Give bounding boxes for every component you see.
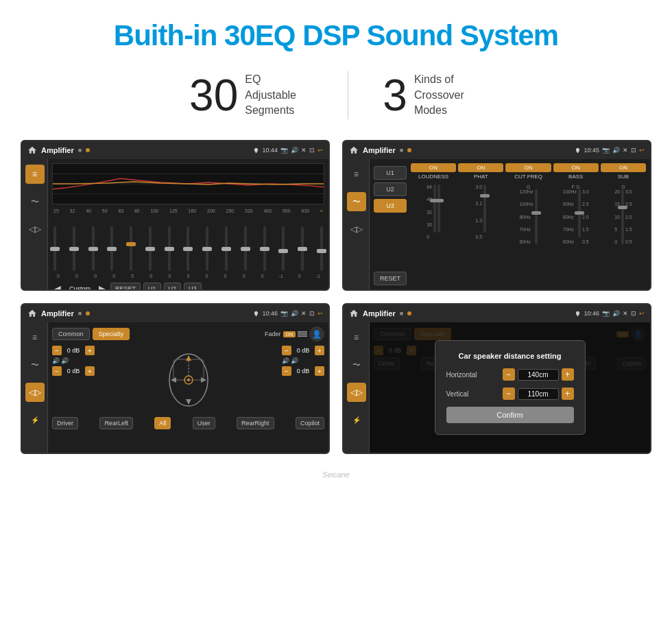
- wave-icon-2[interactable]: 〜: [347, 192, 366, 211]
- preset-u1[interactable]: U1: [374, 166, 407, 180]
- reset-btn-1[interactable]: RESET: [110, 283, 141, 291]
- status-dot-4: [407, 311, 411, 315]
- bt-icon-4[interactable]: ⚡: [347, 410, 366, 429]
- vol-plus-rr[interactable]: +: [315, 366, 324, 376]
- eq-icon-3[interactable]: ≡: [25, 328, 45, 347]
- eq-curve-svg: [53, 164, 324, 204]
- stats-row: 30 EQ AdjustableSegments 3 Kinds ofCross…: [0, 64, 672, 140]
- vol-plus-fr[interactable]: +: [315, 346, 324, 355]
- pos-copilot[interactable]: Copilot: [296, 417, 324, 429]
- confirm-button[interactable]: Confirm: [446, 407, 574, 423]
- eq-icon[interactable]: ≡: [25, 165, 45, 184]
- vol-icon-2[interactable]: ◁▷: [347, 219, 366, 239]
- eq-prev-btn[interactable]: ◀: [52, 283, 62, 291]
- horizontal-value: 140cm: [518, 369, 559, 381]
- pos-user[interactable]: User: [193, 417, 215, 429]
- eq-preset-label: Custom: [65, 283, 95, 291]
- main-area-3: Common Specialty Fader ON 👤: [48, 322, 328, 453]
- vol-row-fl: − 0 dB +: [52, 346, 95, 355]
- wave-icon-3[interactable]: 〜: [25, 355, 45, 374]
- screenshots-grid: Amplifier ■ 10:44 📷 🔊 ✕ ⊡ ↩ ≡ 〜 ◁▷: [0, 140, 672, 468]
- home-icon-4: [349, 309, 359, 318]
- eq-next-btn[interactable]: ▶: [97, 283, 108, 291]
- vol-minus-rr[interactable]: −: [282, 366, 291, 376]
- home-icon-3: [27, 309, 37, 318]
- u3-btn-1[interactable]: U3: [184, 283, 202, 291]
- sub-toggle[interactable]: ON: [601, 163, 646, 172]
- eq-icon-2[interactable]: ≡: [347, 165, 366, 184]
- loudness-toggle[interactable]: ON: [411, 163, 456, 172]
- wave-icon-4[interactable]: 〜: [347, 355, 366, 374]
- eq-slider-0: [53, 226, 56, 271]
- eq-value-labels: 0 0 0 0 5 0 0 0 0 0 0 0 -1 0 -1: [52, 274, 324, 278]
- preset-u3[interactable]: U3: [374, 199, 407, 213]
- fader-on-3: ON: [283, 331, 296, 337]
- screen-dialog: Amplifier ■ 10:46 📷 🔊 ✕ ⊡ ↩ ≡ 〜 ◁▷ ⚡: [342, 303, 651, 454]
- screen-speaker: Amplifier ■ 10:46 📷 🔊 ✕ ⊡ ↩ ≡ 〜 ◁▷ ⚡: [21, 303, 330, 454]
- vol-minus-fr[interactable]: −: [282, 346, 291, 355]
- time-1: 10:44: [262, 147, 278, 154]
- vertical-label: Vertical: [446, 390, 469, 398]
- vol-row-fr: − 0 dB +: [282, 346, 324, 355]
- sidebar-1: ≡ 〜 ◁▷: [22, 159, 48, 289]
- stat-crossover-label: Kinds ofCrossover Modes: [414, 72, 483, 118]
- app-name-4: Amplifier: [363, 309, 396, 318]
- vol-minus-rl[interactable]: −: [52, 366, 62, 376]
- dialog-title: Car speaker distance setting: [446, 352, 574, 360]
- svg-marker-9: [186, 399, 191, 405]
- horizontal-plus-btn[interactable]: +: [562, 368, 574, 381]
- phat-toggle[interactable]: ON: [458, 163, 503, 172]
- u2-btn-1[interactable]: U2: [164, 283, 182, 291]
- bt-icon-3[interactable]: ⚡: [25, 410, 45, 429]
- wave-icon[interactable]: 〜: [25, 192, 45, 211]
- time-3: 10:46: [262, 310, 278, 317]
- screen-body-1: ≡ 〜 ◁▷ 25 32: [22, 159, 328, 289]
- eq-sliders-row: [52, 216, 324, 271]
- pos-rearright[interactable]: RearRight: [237, 417, 274, 429]
- pos-driver[interactable]: Driver: [52, 417, 78, 429]
- time-4: 10:46: [584, 310, 599, 317]
- vol-icon[interactable]: ◁▷: [25, 219, 45, 239]
- tab-common-3[interactable]: Common: [52, 328, 90, 340]
- screen-crossover: Amplifier ■ 10:45 📷 🔊 ✕ ⊡ ↩ ≡ 〜 ◁▷: [342, 140, 651, 291]
- person-icon-3: 👤: [309, 326, 324, 342]
- vertical-minus-btn[interactable]: −: [503, 387, 515, 400]
- dialog-vertical-row: Vertical − 110cm +: [446, 387, 574, 400]
- stat-eq-number: 30: [189, 73, 238, 117]
- home-icon-1: [27, 145, 37, 155]
- app-name-2: Amplifier: [363, 146, 396, 154]
- bass-toggle[interactable]: ON: [553, 163, 599, 172]
- cutfreq-toggle[interactable]: ON: [505, 163, 551, 172]
- screen-body-4: ≡ 〜 ◁▷ ⚡ Common Specialty ON 👤: [344, 322, 650, 453]
- vertical-plus-btn[interactable]: +: [562, 387, 574, 400]
- fader-label-3: Fader: [265, 331, 281, 337]
- dialog-box: Car speaker distance setting Horizontal …: [435, 340, 586, 435]
- status-dot-3: [86, 311, 90, 315]
- status-bar-1: Amplifier ■ 10:44 📷 🔊 ✕ ⊡ ↩: [22, 141, 328, 159]
- eq-bottom-bar: ◀ Custom ▶ RESET U1 U2 U3: [52, 283, 324, 291]
- tab-specialty-3[interactable]: Specialty: [93, 328, 130, 340]
- pos-rearleft[interactable]: RearLeft: [99, 417, 133, 429]
- vol-plus-rl[interactable]: +: [85, 366, 95, 376]
- vol-icon-3[interactable]: ◁▷: [25, 383, 45, 402]
- stat-crossover-number: 3: [383, 73, 407, 117]
- eq-icon-4[interactable]: ≡: [347, 328, 366, 347]
- stat-crossover: 3 Kinds ofCrossover Modes: [348, 72, 517, 118]
- vol-icon-4[interactable]: ◁▷: [347, 383, 366, 402]
- screen-eq: Amplifier ■ 10:44 📷 🔊 ✕ ⊡ ↩ ≡ 〜 ◁▷: [21, 140, 330, 291]
- pin-icon-4: [575, 311, 581, 317]
- vol-minus-fl[interactable]: −: [52, 346, 62, 355]
- horizontal-minus-btn[interactable]: −: [503, 368, 515, 381]
- vol-plus-fl[interactable]: +: [85, 346, 95, 355]
- screen-body-3: ≡ 〜 ◁▷ ⚡ Common Specialty Fader ON: [22, 322, 328, 453]
- reset-btn-2[interactable]: RESET: [374, 272, 407, 285]
- pos-all[interactable]: All: [154, 417, 171, 429]
- watermark: Seicane: [0, 468, 672, 486]
- preset-u2[interactable]: U2: [374, 182, 407, 196]
- eq-freq-labels: 25 32 40 50 63 80 100 125 160 200 250 32…: [52, 208, 324, 213]
- car-diagram: [161, 346, 216, 414]
- u1-btn-1[interactable]: U1: [143, 283, 161, 291]
- page-title: Buith-in 30EQ DSP Sound System: [0, 0, 672, 64]
- vol-row-rl: − 0 dB +: [52, 366, 95, 376]
- status-bar-4: Amplifier ■ 10:46 📷 🔊 ✕ ⊡ ↩: [344, 305, 650, 322]
